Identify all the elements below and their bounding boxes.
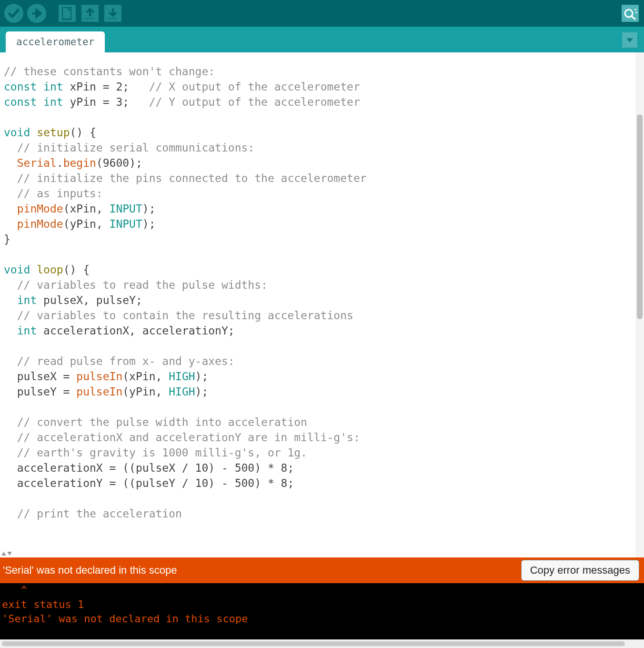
gutter-toggle[interactable]	[1, 551, 12, 557]
console-output[interactable]: ^ exit status 1 'Serial' was not declare…	[0, 583, 644, 639]
serial-monitor-button[interactable]	[620, 3, 640, 23]
bottom-scrollbar-thumb[interactable]	[2, 641, 625, 646]
copy-errors-button[interactable]: Copy error messages	[521, 560, 639, 581]
tab-accelerometer[interactable]: accelerometer	[6, 31, 105, 52]
code-content[interactable]: // these constants won't change: const i…	[0, 52, 635, 557]
scrollbar-thumb[interactable]	[637, 114, 643, 319]
verify-button[interactable]	[4, 3, 24, 23]
editor-scrollbar[interactable]	[635, 52, 644, 557]
upload-button[interactable]	[27, 3, 47, 23]
error-bar: 'Serial' was not declared in this scope …	[0, 557, 644, 583]
toolbar	[0, 0, 644, 27]
code-editor[interactable]: // these constants won't change: const i…	[0, 52, 644, 557]
save-button[interactable]	[103, 3, 123, 23]
svg-point-13	[635, 11, 637, 13]
tab-strip: accelerometer	[0, 27, 644, 52]
open-button[interactable]	[80, 3, 100, 23]
svg-rect-9	[622, 5, 639, 22]
tab-menu-button[interactable]	[622, 32, 637, 48]
error-summary-text: 'Serial' was not declared in this scope	[3, 564, 521, 577]
new-button[interactable]	[57, 3, 77, 23]
svg-point-12	[634, 9, 636, 10]
bottom-scrollbar[interactable]	[0, 639, 644, 648]
